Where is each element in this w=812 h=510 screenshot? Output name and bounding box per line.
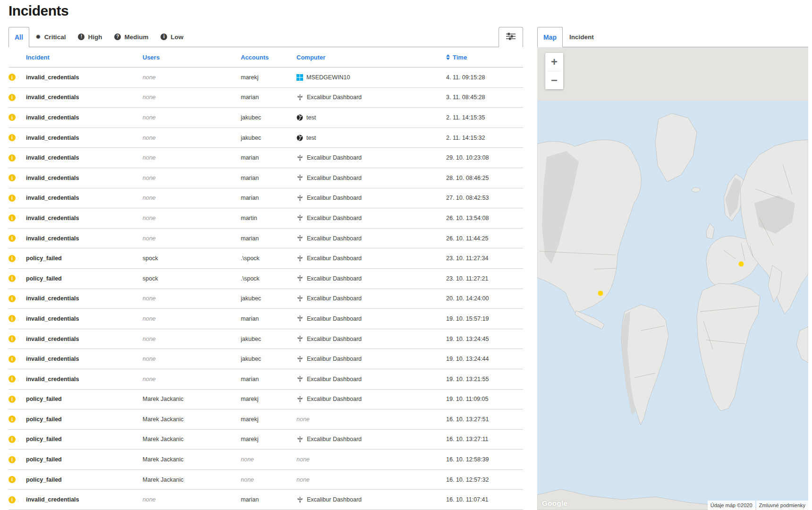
excalibur-icon bbox=[296, 335, 304, 342]
table-row[interactable]: iinvalid_credentialsnonemarekjMSEDGEWIN1… bbox=[8, 68, 523, 88]
computer-cell: Excalibur Dashboard bbox=[296, 195, 446, 202]
table-row[interactable]: iinvalid_credentialsnonemarianExcalibur … bbox=[8, 188, 523, 209]
severity-cell: i bbox=[8, 174, 26, 181]
google-logo[interactable]: Google bbox=[542, 499, 568, 507]
tab-label: Low bbox=[170, 34, 183, 41]
column-label: Accounts bbox=[241, 54, 269, 61]
time-cell: 20. 10. 14:24:00 bbox=[446, 295, 523, 302]
incident-marker-us-southeast[interactable] bbox=[598, 291, 603, 296]
time-cell: 19. 10. 15:57:19 bbox=[446, 315, 523, 322]
users-cell: none bbox=[143, 336, 241, 342]
accounts-cell: jakubec bbox=[241, 114, 296, 121]
table-row[interactable]: iinvalid_credentialsnonejakubecExcalibur… bbox=[8, 289, 523, 309]
tab-severity-low[interactable]: iLow bbox=[154, 27, 189, 47]
table-row[interactable]: iinvalid_credentialsnonejakubectest2. 11… bbox=[8, 108, 523, 128]
table-row[interactable]: ipolicy_failedMarek Jackanicmarekjnone16… bbox=[8, 409, 523, 430]
world-map-image bbox=[537, 47, 808, 510]
column-header-computer[interactable]: Computer bbox=[296, 54, 446, 61]
severity-low-icon: i bbox=[8, 375, 16, 382]
table-row[interactable]: iinvalid_credentialsnonejakubectest2. 11… bbox=[8, 128, 523, 148]
tab-incident[interactable]: Incident bbox=[563, 27, 601, 47]
time-cell: 19. 10. 13:24:45 bbox=[446, 336, 523, 342]
accounts-cell: marian bbox=[241, 315, 296, 322]
computer-name: Excalibur Dashboard bbox=[307, 376, 362, 382]
computer-name: test bbox=[306, 135, 316, 141]
severity-cell: i bbox=[8, 456, 26, 463]
zoom-out-button[interactable]: − bbox=[545, 71, 563, 89]
tab-severity-medium[interactable]: ?Medium bbox=[108, 27, 154, 47]
table-row[interactable]: ipolicy_failedMarek JackanicmarekjExcali… bbox=[8, 390, 523, 410]
incident-marker-central-europe[interactable] bbox=[739, 262, 744, 267]
tab-severity-high[interactable]: !High bbox=[72, 27, 108, 47]
computer-cell: Excalibur Dashboard bbox=[296, 275, 446, 282]
table-row[interactable]: iinvalid_credentialsnonemarianExcalibur … bbox=[8, 369, 523, 390]
table-row[interactable]: iinvalid_credentialsnonemarianExcalibur … bbox=[8, 229, 523, 249]
incidents-table-body: iinvalid_credentialsnonemarekjMSEDGEWIN1… bbox=[8, 68, 523, 510]
severity-low-icon: i bbox=[8, 476, 16, 483]
table-header: Incident Users Accounts Computer Time bbox=[8, 47, 523, 68]
time-cell: 23. 10. 11:27:21 bbox=[446, 275, 523, 282]
tab-map[interactable]: Map bbox=[537, 27, 563, 47]
table-row[interactable]: iinvalid_credentialsnonejakubecExcalibur… bbox=[8, 329, 523, 349]
computer-name: Excalibur Dashboard bbox=[307, 154, 362, 161]
excalibur-icon bbox=[296, 375, 304, 382]
table-row[interactable]: iinvalid_credentialsnonemarianExcalibur … bbox=[8, 490, 523, 510]
table-row[interactable]: iinvalid_credentialsnonemarianExcalibur … bbox=[8, 88, 523, 108]
tab-severity-all[interactable]: All bbox=[8, 27, 29, 47]
severity-cell: i bbox=[8, 94, 26, 101]
column-header-users[interactable]: Users bbox=[143, 54, 241, 61]
table-row[interactable]: iinvalid_credentialsnonemartinExcalibur … bbox=[8, 208, 523, 229]
severity-cell: i bbox=[8, 356, 26, 363]
time-cell: 28. 10. 08:46:25 bbox=[446, 175, 523, 181]
incident-type: policy_failed bbox=[26, 456, 143, 463]
table-row[interactable]: ipolicy_failedMarek JackanicmarekjExcali… bbox=[8, 430, 523, 450]
filter-button[interactable] bbox=[499, 27, 523, 47]
severity-low-icon: i bbox=[8, 416, 16, 423]
users-cell: none bbox=[143, 195, 241, 201]
world-map[interactable]: + − Google Údaje máp ©2020 Zmluvné podmi… bbox=[537, 47, 808, 510]
computer-name: none bbox=[296, 416, 310, 423]
table-row[interactable]: iinvalid_credentialsnonejakubecExcalibur… bbox=[8, 349, 523, 369]
table-row[interactable]: ipolicy_failedspock.\spockExcalibur Dash… bbox=[8, 248, 523, 269]
time-cell: 19. 10. 13:24:44 bbox=[446, 356, 523, 362]
accounts-cell: none bbox=[241, 476, 296, 483]
table-row[interactable]: ipolicy_failedspock.\spockExcalibur Dash… bbox=[8, 269, 523, 289]
users-cell: spock bbox=[143, 275, 241, 282]
tab-severity-critical[interactable]: ✹Critical bbox=[29, 27, 72, 47]
column-header-accounts[interactable]: Accounts bbox=[241, 54, 296, 61]
excalibur-icon bbox=[296, 174, 304, 181]
users-cell: none bbox=[143, 376, 241, 382]
table-row[interactable]: iinvalid_credentialsnonemarianExcalibur … bbox=[8, 309, 523, 329]
severity-cell: i bbox=[8, 476, 26, 483]
severity-cell: i bbox=[8, 195, 26, 202]
incidents-page: Incidents All✹Critical!High?MediumiLow bbox=[0, 0, 812, 510]
severity-low-icon: i bbox=[8, 275, 16, 282]
incident-type: invalid_credentials bbox=[26, 315, 143, 322]
accounts-cell: marian bbox=[241, 496, 296, 503]
excalibur-icon bbox=[296, 255, 304, 262]
time-cell: 27. 10. 08:42:53 bbox=[446, 195, 523, 201]
computer-cell: test bbox=[296, 135, 446, 141]
excalibur-icon bbox=[296, 496, 304, 503]
users-cell: none bbox=[143, 74, 241, 81]
column-header-time[interactable]: Time bbox=[446, 54, 523, 61]
terms-link[interactable]: Zmluvné podmienky bbox=[756, 501, 808, 510]
computer-cell: Excalibur Dashboard bbox=[296, 315, 446, 322]
computer-cell: none bbox=[296, 476, 446, 483]
accounts-cell: marekj bbox=[241, 396, 296, 402]
computer-cell: Excalibur Dashboard bbox=[296, 396, 446, 403]
excalibur-icon bbox=[296, 235, 304, 242]
zoom-in-button[interactable]: + bbox=[545, 53, 563, 71]
users-cell: none bbox=[143, 135, 241, 141]
incident-type: invalid_credentials bbox=[26, 135, 143, 141]
computer-cell: MSEDGEWIN10 bbox=[296, 74, 446, 81]
column-header-incident[interactable]: Incident bbox=[26, 54, 143, 61]
table-row[interactable]: iinvalid_credentialsnonemarianExcalibur … bbox=[8, 168, 523, 188]
table-row[interactable]: iinvalid_credentialsnonemarianExcalibur … bbox=[8, 148, 523, 168]
severity-cell: i bbox=[8, 214, 26, 221]
excalibur-icon bbox=[296, 396, 304, 403]
table-row[interactable]: ipolicy_failedMarek Jackanicnonenone16. … bbox=[8, 470, 523, 490]
table-row[interactable]: ipolicy_failedMarek Jackanicnonenone16. … bbox=[8, 450, 523, 470]
users-cell: Marek Jackanic bbox=[143, 456, 241, 463]
severity-low-icon: i bbox=[8, 356, 16, 363]
